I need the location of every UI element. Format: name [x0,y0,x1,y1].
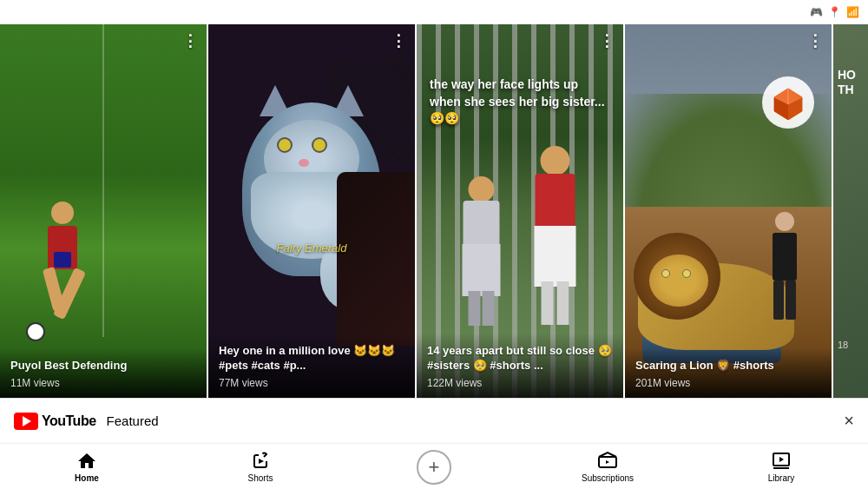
nav-bar: Home Shorts + Subscriptions [0,444,868,489]
bottom-section: YouTube Featured × Home Shorts + [0,398,868,489]
video-more-options-lion[interactable]: ⋮ [807,33,823,49]
gamepad-icon: 🎮 [810,6,823,18]
video-views-cat: 77M views [219,377,404,389]
status-bar: 🎮 📍 📶 [799,0,868,24]
subscriptions-label: Subscriptions [582,473,634,483]
video-more-options-soccer[interactable]: ⋮ [182,33,198,49]
video-info-lion: Scaring a Lion 🦁 #shorts 201M views [625,348,832,398]
video-info-soccer: Puyol Best Defending 11M views [0,348,207,398]
svg-marker-8 [779,457,784,462]
video-views-soccer: 11M views [10,377,196,389]
video-views-sisters: 122M views [427,377,613,389]
video-title-soccer: Puyol Best Defending [10,359,196,373]
sisters-overlay-text: the way her face lights up when she sees… [430,76,610,128]
nav-library[interactable]: Library [694,444,868,489]
video-views-lion: 201M views [635,377,821,389]
close-featured-button[interactable]: × [844,411,854,431]
youtube-play-triangle [23,416,31,426]
library-label: Library [768,473,795,483]
create-button[interactable]: + [417,450,451,485]
home-icon [76,451,97,472]
svg-marker-4 [259,459,264,464]
partial-text: HOTH [838,68,856,97]
youtube-icon [14,413,38,430]
shorts-label: Shorts [248,473,273,483]
partial-views: 18 [838,340,848,350]
svg-marker-6 [606,460,609,464]
library-icon [771,451,792,472]
nav-shorts[interactable]: Shorts [174,444,347,489]
video-title-lion: Scaring a Lion 🦁 #shorts [635,359,821,373]
video-card-soccer[interactable]: ⋮ Puyol Best Defending 11M views [0,24,208,398]
subscriptions-icon [597,451,618,472]
nav-home[interactable]: Home [0,444,174,489]
video-card-sisters[interactable]: the way her face lights up when she sees… [417,24,625,398]
youtube-wordmark: YouTube [42,413,96,429]
video-card-lion[interactable]: ⋮ Scaring a Lion 🦁 #shorts 201M views [625,24,833,398]
video-info-cat: Hey one in a million love 🐱🐱🐱 #pets #cat… [208,334,415,398]
nav-subscriptions[interactable]: Subscriptions [521,444,694,489]
home-label: Home [75,473,99,483]
video-card-partial[interactable]: HOTH 18 [833,24,868,398]
featured-label: Featured [107,413,159,428]
fairy-emerald-label: Fairy Emerald [208,241,415,254]
youtube-featured-banner: YouTube Featured × [0,399,868,444]
video-more-options-sisters[interactable]: ⋮ [599,33,615,49]
nav-create[interactable]: + [347,444,521,489]
youtube-logo: YouTube [14,413,96,430]
video-info-sisters: 14 years apart but still so close 🥺 #sis… [417,334,623,398]
video-title-sisters: 14 years apart but still so close 🥺 #sis… [427,344,613,373]
shorts-icon [250,451,271,472]
videos-strip: ⋮ Puyol Best Defending 11M views [0,24,868,398]
video-title-cat: Hey one in a million love 🐱🐱🐱 #pets #cat… [219,344,404,373]
plus-icon: + [429,458,440,477]
video-more-options-cat[interactable]: ⋮ [391,33,406,49]
location-icon: 📍 [828,6,841,18]
video-card-cat[interactable]: ⋮ Fairy Emerald Hey one in a million lov… [208,24,417,398]
channel-logo [762,76,814,129]
wifi-icon: 📶 [846,6,859,18]
